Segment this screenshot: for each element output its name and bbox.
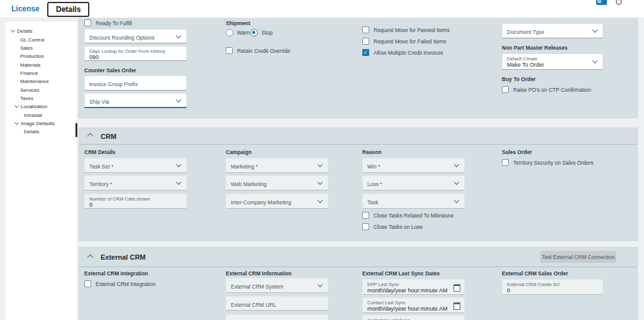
general-section-panel: Ready To Fulfill Discount Rounding Optio…	[79, 18, 638, 118]
close-tasks-on-lose-checkbox[interactable]: Close Tasks on Lose	[362, 223, 423, 230]
sales-order-header: Sales Order	[502, 149, 532, 155]
raise-pos-ctp-checkbox[interactable]: Raise PO's on CTP Confirmation	[502, 86, 591, 93]
chevron-up-icon[interactable]	[87, 254, 94, 260]
chevron-down-icon	[176, 33, 181, 38]
loss-select[interactable]: Loss *	[362, 175, 465, 190]
chevron-down-icon	[592, 28, 597, 33]
external-crm-url-input[interactable]: External CRM URL	[226, 296, 328, 311]
days-lookup-input[interactable]: Days Lookup for Order From History 090	[84, 46, 187, 61]
sidebar-item-details[interactable]: Details	[11, 28, 32, 34]
calendar-icon[interactable]	[453, 284, 460, 292]
chevron-down-icon	[318, 180, 323, 185]
sidebar-item-services[interactable]: Services	[20, 87, 40, 93]
request-move-failed-checkbox[interactable]: Request Move for Failed Items	[362, 38, 447, 45]
crm-section-panel: CRM CRM Details Campaign Reason Sales Or…	[79, 128, 638, 241]
shipment-header: Shipment	[226, 20, 250, 26]
external-crm-sync-dates-header: External CRM Last Sync Dates	[362, 270, 440, 277]
stop-radio[interactable]: Stop	[250, 29, 273, 36]
radio-selected-icon	[250, 29, 258, 36]
marketing-select[interactable]: Marketing *	[226, 158, 328, 173]
radio-icon	[226, 29, 233, 36]
external-crm-information-header: External CRM Information	[226, 270, 291, 277]
discount-rounding-options-select[interactable]: Discount Rounding Options	[84, 29, 187, 43]
external-crm-create-so-input[interactable]: External CRM Create SO 0	[502, 279, 603, 295]
calendar-icon[interactable]	[453, 302, 460, 310]
default-create-select[interactable]: Default Create Make To Order	[502, 53, 603, 70]
document-type-select[interactable]: Document Type	[502, 23, 603, 38]
sidebar-item-taxes[interactable]: Taxes	[20, 96, 33, 101]
close-tasks-milestone-checkbox[interactable]: Close Tasks Related To Milestone	[362, 212, 453, 219]
checkbox-icon	[84, 280, 91, 287]
invoice-group-prefix-input[interactable]: Invoice Group Prefix	[84, 75, 187, 91]
sidebar-scrollbar-thumb[interactable]	[75, 123, 77, 137]
chevron-down-icon	[318, 162, 323, 167]
task-set-select[interactable]: Task Set *	[84, 158, 187, 173]
chevron-down-icon	[318, 282, 323, 287]
checkbox-icon	[362, 212, 369, 219]
request-move-passed-checkbox[interactable]: Request Move for Passed Items	[362, 26, 450, 33]
chevron-down-icon	[176, 180, 181, 185]
chevron-down-icon	[318, 198, 323, 203]
crm-section-title: CRM	[101, 133, 116, 140]
test-external-crm-connection-button[interactable]: Test External CRM Connection	[540, 251, 616, 263]
territory-security-checkbox[interactable]: Territory Security on Sales Orders	[502, 159, 594, 166]
external-crm-section-panel: External CRM Test External CRM Connectio…	[79, 247, 638, 320]
customer-last-sync-input[interactable]: Customer Last Sync	[362, 315, 465, 320]
external-crm-extra-input[interactable]	[226, 314, 328, 320]
sidebar-item-image-defaults[interactable]: Image Defaults	[15, 121, 55, 126]
checkbox-icon	[362, 26, 369, 33]
checkbox-icon	[502, 159, 509, 166]
task-select[interactable]: Task	[362, 194, 465, 209]
num-crm-calls-input[interactable]: Number of CRM Calls shown 0	[84, 194, 187, 209]
ready-to-fulfill-checkbox[interactable]: Ready To Fulfill	[84, 19, 132, 26]
chevron-down-icon	[176, 162, 181, 167]
chevron-down-icon	[454, 180, 459, 185]
tab-details[interactable]: Details	[47, 2, 89, 17]
contact-last-sync-input[interactable]: Contact Last Sync month/day/year hour:mi…	[362, 297, 465, 313]
sidebar-item-materials[interactable]: Materials	[20, 62, 40, 68]
campaign-header: Campaign	[226, 149, 252, 155]
sidebar-item-maintenance[interactable]: Maintenance	[20, 79, 49, 84]
sidebar-item-details-child[interactable]: Details	[24, 129, 39, 135]
card-icon[interactable]	[596, 0, 607, 5]
warn-radio[interactable]: Warn	[226, 29, 250, 36]
web-marketing-select[interactable]: Web Marketing	[226, 175, 328, 190]
non-part-master-releases-header: Non Part Master Releases	[502, 45, 567, 51]
tab-license[interactable]: License	[11, 4, 40, 13]
chevron-down-icon	[454, 162, 459, 167]
external-crm-system-select[interactable]: External CRM System	[226, 278, 328, 293]
external-crm-sales-order-header: External CRM Sales Order	[502, 270, 568, 277]
checkbox-icon	[502, 86, 509, 93]
erp-last-sync-input[interactable]: ERP Last Sync month/day/year hour:minute…	[362, 279, 465, 295]
sidebar-item-sales[interactable]: Sales	[20, 45, 33, 51]
territory-select[interactable]: Territory *	[84, 175, 187, 190]
crm-section-header: CRM	[79, 128, 637, 145]
sidebar-item-production[interactable]: Production	[20, 53, 44, 59]
sidebar-item-intrastat[interactable]: Intrastat	[24, 113, 42, 118]
checkbox-checked-icon	[362, 49, 369, 56]
inter-company-marketing-select[interactable]: Inter-Company Marketing	[226, 194, 328, 209]
crm-details-header: CRM Details	[84, 149, 116, 155]
chevron-down-icon	[14, 121, 19, 125]
external-crm-integration-checkbox[interactable]: External CRM Integration	[84, 280, 155, 287]
sidebar-item-localization[interactable]: Localization	[15, 104, 47, 109]
chevron-down-icon	[14, 104, 19, 108]
chevron-down-icon	[11, 28, 15, 33]
sidebar-tree: Details GL Control Sales Production Mate…	[5, 21, 77, 320]
chevron-down-icon	[454, 198, 459, 203]
chevron-down-icon	[176, 97, 181, 102]
globe-icon[interactable]	[616, 0, 622, 5]
retain-credit-override-checkbox[interactable]: Retain Credit Override	[226, 47, 291, 54]
sidebar-item-finance[interactable]: Finance	[20, 70, 38, 76]
win-select[interactable]: Win *	[362, 158, 465, 173]
chevron-up-icon[interactable]	[87, 133, 94, 140]
external-crm-section-title: External CRM	[101, 253, 146, 261]
checkbox-icon	[362, 223, 369, 230]
ship-via-select[interactable]: Ship Via	[84, 93, 187, 108]
sidebar-item-gl-control[interactable]: GL Control	[20, 37, 44, 43]
external-crm-integration-header: External CRM Integration	[84, 270, 148, 277]
checkbox-icon	[362, 38, 369, 45]
top-bar: License Details	[0, 0, 644, 18]
allow-multiple-credit-invoices-checkbox[interactable]: Allow Multiple Credit Invoices	[362, 49, 443, 56]
buy-to-order-header: Buy To Order	[502, 76, 536, 82]
